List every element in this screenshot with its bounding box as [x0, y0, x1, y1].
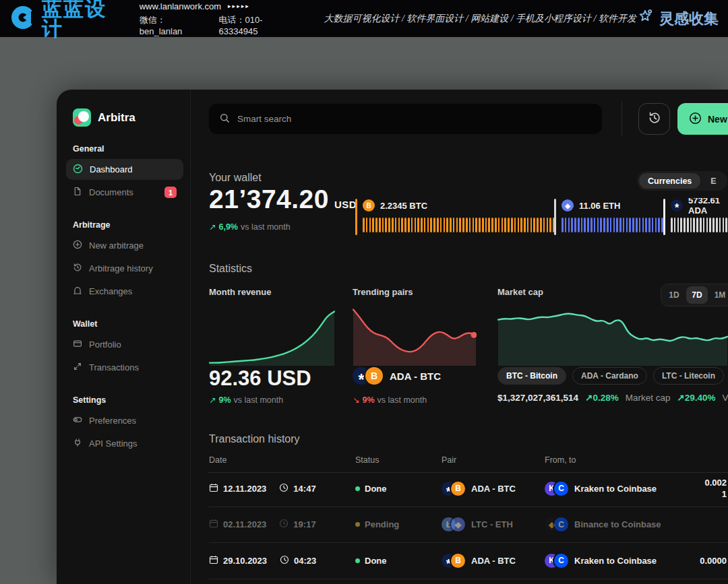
toggle-icon	[73, 415, 82, 426]
wallet-view-toggle: CurrenciesE	[637, 171, 727, 191]
transaction-table: 12.11.202314:47Done*BADA - BTCKCKraken t…	[209, 471, 728, 579]
trending-pair-change: ↘9% vs last month	[353, 395, 427, 405]
sidebar-item-documents[interactable]: Documents1	[66, 182, 183, 203]
arbitra-brand: Arbitra	[73, 108, 177, 127]
inspiration-collect[interactable]: 灵感收集	[636, 8, 719, 30]
calendar-icon	[209, 555, 218, 566]
cell-status: Done	[355, 484, 442, 494]
market-cap-pills: BTC - BitcoinADA - CardanoLTC - Litecoin…	[497, 367, 728, 385]
sidebar-item-new-arbitrage[interactable]: New arbitrage	[66, 235, 183, 256]
banner-services: 大数据可视化设计 / 软件界面设计 / 网站建设 / 手机及小程序设计 / 软件…	[324, 13, 636, 25]
range-1d[interactable]: 1D	[663, 286, 685, 304]
month-revenue-chart	[209, 306, 335, 366]
cell-date: 29.10.202304:23	[209, 555, 355, 566]
history-icon	[647, 110, 662, 127]
sidebar-item-portfolio[interactable]: Portfolio	[66, 334, 183, 355]
clock-icon	[279, 519, 289, 530]
sidebar-item-arbitrage-history[interactable]: Arbitrage history	[66, 258, 183, 279]
trending-pairs-chart	[353, 304, 477, 366]
top-banner: 蓝蓝设计 www.lanlanwork.com ▸▸▸▸▸ 微信：ben_lan…	[0, 0, 728, 37]
banner-phone: 电话：010-63334945	[219, 14, 301, 36]
banner-url[interactable]: www.lanlanwork.com	[140, 1, 221, 11]
range-1m[interactable]: 1M	[709, 286, 728, 304]
topbar-divider	[621, 101, 622, 136]
clock-icon	[280, 555, 289, 566]
lanlan-logo-text: 蓝蓝设计	[42, 0, 127, 39]
table-row[interactable]: 12.11.202314:47Done*BADA - BTCKCKraken t…	[209, 471, 728, 507]
trend-down-icon: ↘	[353, 395, 359, 405]
trend-up-icon: ↗	[585, 393, 593, 403]
history-button[interactable]	[638, 103, 670, 135]
btc-coin-icon: B	[451, 554, 465, 568]
pill-ltc-litecoin[interactable]: LTC - Litecoin	[653, 367, 724, 385]
cell-date: 02.11.202319:17	[209, 519, 355, 530]
holding-2-2345-btc: B2.2345 BTC	[355, 198, 554, 237]
cell-route: ◆CBinance to Coinbase	[545, 517, 728, 531]
ada-coin-icon: *	[671, 199, 683, 212]
banner-wechat: 微信：ben_lanlan	[140, 14, 208, 36]
table-row[interactable]: 02.11.202319:17PendingŁ◆LTC - ETH◆CBinan…	[209, 507, 728, 544]
column-header-from-to: From, to	[545, 455, 728, 465]
status-dot	[355, 486, 360, 491]
market-cap-chart	[497, 304, 728, 366]
calendar-icon	[209, 483, 218, 494]
lanlan-logo-icon	[9, 4, 36, 34]
calendar-icon	[209, 519, 218, 530]
trending-pair: *B ADA - BTC	[353, 367, 441, 385]
search-icon	[220, 113, 230, 125]
document-icon	[73, 187, 82, 198]
sidebar: Arbitra GeneralDashboardDocuments1Arbitr…	[57, 90, 191, 584]
cell-status: Done	[355, 556, 442, 566]
cell-pair: *BADA - BTC	[442, 554, 545, 568]
toggle-currencies[interactable]: Currencies	[639, 173, 700, 189]
wallet-change: ↗6,9% vs last month	[209, 222, 291, 232]
lanlan-brand: 蓝蓝设计	[9, 0, 127, 39]
eth-coin-icon: ◆	[451, 517, 465, 531]
cell-date: 12.11.202314:47	[209, 483, 355, 494]
market-cap-stats: $1,327,027,361,514 ↗0.28% Market cap ↗29…	[497, 392, 728, 403]
month-revenue-change: ↗9% vs last month	[209, 395, 283, 405]
arbitra-app-name: Arbitra	[98, 111, 135, 125]
sidebar-item-transactions[interactable]: Transactions	[66, 357, 183, 378]
trend-up-icon: ↗	[209, 395, 216, 405]
history-icon	[73, 263, 82, 274]
sidebar-item-preferences[interactable]: Preferences	[66, 410, 183, 431]
cell-pair: *BADA - BTC	[442, 482, 545, 496]
range-7d[interactable]: 7D	[686, 286, 708, 304]
exchange-icon	[73, 286, 82, 297]
table-row[interactable]: 29.10.202304:23Done*BADA - BTCKCKraken t…	[209, 543, 728, 579]
new-arbitrage-button[interactable]: New a	[677, 103, 728, 135]
toggle-e[interactable]: E	[702, 173, 725, 189]
holding-5732-61-ada: *5732.61 ADA	[663, 198, 728, 237]
sidebar-section-arbitrage: Arbitrage	[73, 220, 177, 230]
eth-coin-icon: ◆	[562, 199, 574, 212]
column-header-status: Status	[355, 455, 442, 465]
market-cap-label: Market cap	[497, 287, 543, 297]
transaction-history-title: Transaction history	[209, 433, 300, 445]
sidebar-section-wallet: Wallet	[73, 319, 177, 329]
search-input[interactable]: Smart search	[209, 104, 602, 134]
market-cap-value: $1,327,027,361,514	[497, 393, 578, 403]
status-dot	[355, 522, 360, 527]
sidebar-item-exchanges[interactable]: Exchanges	[66, 281, 183, 302]
wallet-holdings: B2.2345 BTC◆11.06 ETH*5732.61 ADA	[355, 198, 728, 237]
coinbase-coin-icon: C	[554, 482, 568, 496]
sidebar-item-api-settings[interactable]: API Settings	[66, 433, 183, 454]
wallet-icon	[73, 339, 82, 350]
wallet-title: Your wallet	[209, 172, 262, 184]
main-content: Smart search New a Your wallet	[191, 90, 728, 584]
trend-up-icon: ↗	[677, 393, 685, 403]
holding-bars	[363, 218, 554, 232]
arbitra-logo-icon	[73, 108, 91, 127]
month-revenue-value: 92.36 USD	[209, 366, 311, 391]
pill-ada-cardano[interactable]: ADA - Cardano	[572, 367, 647, 385]
star-icon	[636, 8, 654, 30]
pill-btc-bitcoin[interactable]: BTC - Bitcoin	[497, 367, 566, 385]
sidebar-item-dashboard[interactable]: Dashboard	[66, 159, 183, 180]
sidebar-section-settings: Settings	[73, 395, 177, 405]
dashboard-icon	[73, 164, 83, 176]
banner-contact: www.lanlanwork.com ▸▸▸▸▸ 微信：ben_lanlan 电…	[140, 1, 301, 36]
coinbase-coin-icon: C	[554, 517, 568, 531]
month-revenue-label: Month revenue	[209, 287, 271, 297]
cell-route: KCKraken to Coinbase	[545, 482, 728, 496]
